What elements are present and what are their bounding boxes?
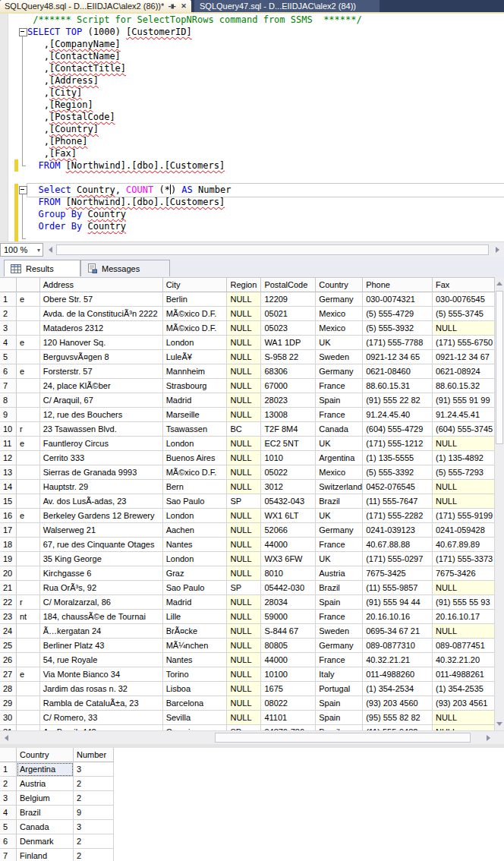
- grid-cell[interactable]: (93) 203 4561: [433, 696, 495, 711]
- grid-cell[interactable]: NULL: [227, 364, 261, 379]
- grid-cell[interactable]: (1) 354-2534: [363, 682, 433, 696]
- grid-cell[interactable]: (95) 555 82 82: [363, 711, 433, 725]
- grid-cell[interactable]: Italy: [316, 667, 363, 682]
- grid-cell[interactable]: S-958 22: [261, 350, 316, 364]
- grid-cell[interactable]: [17, 494, 40, 509]
- grid-cell[interactable]: Canada: [17, 820, 74, 834]
- grid-cell[interactable]: (1) 135-4892: [433, 451, 495, 465]
- grid-cell[interactable]: [17, 393, 40, 408]
- grid-cell[interactable]: 0921-12 34 65: [363, 350, 433, 364]
- editor-hscrollbar[interactable]: [43, 243, 504, 257]
- grid-cell[interactable]: 030-0076545: [433, 292, 495, 307]
- column-header[interactable]: PostalCode: [261, 278, 316, 292]
- grid-cell[interactable]: NULL: [227, 321, 261, 336]
- grid-cell[interactable]: C/ Moralzarzal, 86: [40, 595, 163, 610]
- grid-cell[interactable]: [17, 307, 40, 321]
- grid-cell[interactable]: e: [17, 336, 40, 350]
- fold-collapse-box[interactable]: [19, 28, 27, 36]
- editor-code-line[interactable]: ,[Country]: [27, 123, 99, 135]
- grid-cell[interactable]: Germany: [316, 639, 363, 653]
- grid-cell[interactable]: 0241-039123: [363, 523, 433, 538]
- grid-cell[interactable]: London: [163, 437, 228, 451]
- grid-cell[interactable]: NULL: [227, 624, 261, 639]
- grid-cell[interactable]: NULL: [227, 552, 261, 566]
- grid-cell[interactable]: 40.32.21.20: [433, 653, 495, 667]
- grid-cell[interactable]: (171) 555-7788: [363, 336, 433, 350]
- grid-cell[interactable]: Sevilla: [163, 711, 228, 725]
- grid-cell[interactable]: 0621-08460: [363, 364, 433, 379]
- row-header[interactable]: 30: [0, 711, 17, 725]
- grid-cell[interactable]: 52066: [261, 523, 316, 538]
- grid-cell[interactable]: 12209: [261, 292, 316, 307]
- editor-code-line[interactable]: ,[Fax]: [27, 147, 77, 159]
- column-header[interactable]: Address: [40, 278, 163, 292]
- grid-cell[interactable]: NULL: [433, 494, 495, 509]
- grid-cell[interactable]: NULL: [227, 509, 261, 523]
- row-header[interactable]: 22: [0, 595, 17, 610]
- grid-cell[interactable]: EC2 5NT: [261, 437, 316, 451]
- pin-icon[interactable]: [168, 2, 176, 11]
- row-header[interactable]: 19: [0, 552, 17, 566]
- row-header[interactable]: 4: [0, 806, 17, 820]
- grid-cell[interactable]: (91) 555 22 82: [363, 393, 433, 408]
- grid-cell[interactable]: 2: [74, 777, 114, 791]
- grid-cell[interactable]: 44000: [261, 653, 316, 667]
- grid-cell[interactable]: (171) 555-6750: [433, 336, 495, 350]
- grid-cell[interactable]: Sweden: [316, 624, 363, 639]
- grid-cell[interactable]: [17, 581, 40, 595]
- grid-cell[interactable]: 7675-3425: [363, 566, 433, 581]
- hscroll-thumb[interactable]: [215, 733, 471, 743]
- row-header[interactable]: 17: [0, 523, 17, 538]
- grid-cell[interactable]: Spain: [316, 711, 363, 725]
- grid-cell[interactable]: [17, 523, 40, 538]
- grid-cell[interactable]: 68306: [261, 364, 316, 379]
- grid-cell[interactable]: (91) 555 94 44: [363, 595, 433, 610]
- grid-cell[interactable]: 030-0074321: [363, 292, 433, 307]
- grid-cell[interactable]: 88.60.15.32: [433, 379, 495, 393]
- grid-cell[interactable]: Berlin: [163, 292, 228, 307]
- column-header[interactable]: [0, 748, 17, 762]
- grid-cell[interactable]: r: [17, 422, 40, 437]
- grid-cell[interactable]: BrÃ¤cke: [163, 624, 228, 639]
- grid-cell[interactable]: e: [17, 437, 40, 451]
- column-header[interactable]: Phone: [363, 278, 433, 292]
- vscroll-thumb[interactable]: [496, 291, 503, 444]
- grid-cell[interactable]: [17, 379, 40, 393]
- grid-cell[interactable]: 0241-059428: [433, 523, 495, 538]
- row-header[interactable]: 6: [0, 834, 17, 849]
- grid-cell[interactable]: Germany: [316, 523, 363, 538]
- grid-cell[interactable]: UK: [316, 437, 363, 451]
- row-header[interactable]: 3: [0, 321, 17, 336]
- column-header[interactable]: Region: [227, 278, 261, 292]
- grid-cell[interactable]: Canada: [316, 422, 363, 437]
- grid-cell[interactable]: Berliner Platz 43: [40, 639, 163, 653]
- grid-cell[interactable]: [17, 321, 40, 336]
- column-header[interactable]: Country: [316, 278, 363, 292]
- row-header[interactable]: 2: [0, 307, 17, 321]
- editor-code-line[interactable]: Order By Country: [27, 220, 126, 232]
- grid-cell[interactable]: NULL: [227, 465, 261, 480]
- grid-cell[interactable]: 05432-043: [261, 494, 316, 509]
- grid-cell[interactable]: NULL: [227, 336, 261, 350]
- row-header[interactable]: 16: [0, 509, 17, 523]
- grid-cell[interactable]: 67, rue des Cinquante Otages: [40, 538, 163, 552]
- grid-cell[interactable]: NULL: [433, 437, 495, 451]
- grid-cell[interactable]: NULL: [433, 711, 495, 725]
- editor-code-line[interactable]: SELECT TOP (1000) [CustomerID]: [27, 26, 192, 38]
- grid-cell[interactable]: Argentina: [316, 451, 363, 465]
- grid-cell[interactable]: e: [17, 509, 40, 523]
- row-header[interactable]: 12: [0, 451, 17, 465]
- row-header[interactable]: 28: [0, 682, 17, 696]
- row-header[interactable]: 29: [0, 696, 17, 711]
- grid-cell[interactable]: NULL: [433, 321, 495, 336]
- grid-cell[interactable]: 0621-08924: [433, 364, 495, 379]
- grid-cell[interactable]: Lisboa: [163, 682, 228, 696]
- row-header[interactable]: 24: [0, 624, 17, 639]
- grid-cell[interactable]: Barcelona: [163, 696, 228, 711]
- grid-cell[interactable]: NULL: [227, 480, 261, 494]
- grid-cell[interactable]: Nantes: [163, 538, 228, 552]
- hscroll-thumb[interactable]: [56, 244, 489, 255]
- grid-cell[interactable]: 2: [74, 791, 114, 806]
- grid-cell[interactable]: NULL: [227, 639, 261, 653]
- grid-cell[interactable]: Germany: [316, 292, 363, 307]
